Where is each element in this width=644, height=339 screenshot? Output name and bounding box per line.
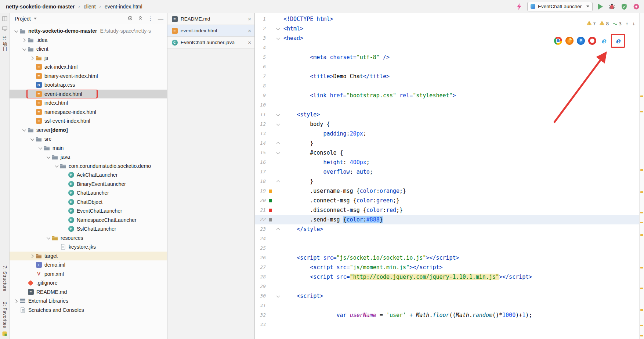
- gutter[interactable]: 4: [255, 43, 282, 53]
- toolwindow-quick-access-icon[interactable]: [2, 331, 7, 337]
- locate-icon[interactable]: [127, 15, 133, 22]
- fold-marker-icon[interactable]: [276, 180, 280, 184]
- breadcrumb-item[interactable]: event-index.html: [105, 4, 142, 10]
- opera-browser-icon[interactable]: [588, 37, 596, 45]
- tree-item[interactable]: target: [10, 252, 167, 261]
- code-line[interactable]: [282, 301, 639, 310]
- code-line[interactable]: <style>: [282, 110, 639, 119]
- tree-item[interactable]: src: [10, 134, 167, 144]
- fold-marker-icon[interactable]: [276, 142, 280, 146]
- fold-marker-icon[interactable]: [276, 36, 280, 40]
- project-view-selector[interactable]: Project: [15, 16, 31, 22]
- tree-item[interactable]: .gitignore: [10, 278, 167, 288]
- gutter[interactable]: 26: [255, 253, 282, 263]
- tree-item[interactable]: CSslChatLauncher: [10, 224, 167, 234]
- close-icon[interactable]: ×: [248, 28, 251, 34]
- editor-tab[interactable]: CEventChatLauncher.java×: [167, 37, 254, 48]
- code-line[interactable]: <!DOCTYPE html>: [282, 14, 639, 24]
- run-with-coverage-button[interactable]: [621, 3, 627, 10]
- toolwindow-tab-favorites[interactable]: 2: Favorites: [2, 302, 7, 328]
- code-line[interactable]: [282, 62, 639, 72]
- typos-indicator[interactable]: 3: [612, 21, 622, 26]
- code-line[interactable]: padding:20px;: [282, 129, 639, 138]
- tree-item[interactable]: Scratches and Consoles: [10, 306, 167, 315]
- chevron-down-icon[interactable]: [45, 156, 51, 158]
- tree-item[interactable]: ≡index.html: [10, 98, 167, 108]
- gutter[interactable]: 21: [255, 205, 282, 215]
- breadcrumb-item[interactable]: netty-socketio-demo-master: [6, 4, 75, 10]
- code-line[interactable]: }: [282, 177, 639, 186]
- tree-item[interactable]: Idemo.iml: [10, 260, 167, 270]
- fold-marker-icon[interactable]: [276, 122, 280, 126]
- tree-item[interactable]: ≡ack-index.html: [10, 62, 167, 72]
- gutter[interactable]: 30: [255, 291, 282, 301]
- gutter[interactable]: 31: [255, 301, 282, 310]
- fold-marker-icon[interactable]: [276, 228, 280, 232]
- chevron-down-icon[interactable]: [21, 48, 27, 50]
- fold-marker-icon[interactable]: [276, 294, 280, 298]
- code-line[interactable]: <script src="js/socket.io/socket.io.js">…: [282, 253, 639, 263]
- tree-item[interactable]: js: [10, 54, 167, 63]
- prev-warning-arrow-icon[interactable]: ↑: [625, 21, 628, 26]
- tree-item[interactable]: .idea: [10, 36, 167, 45]
- code-line[interactable]: body {: [282, 119, 639, 129]
- debug-button[interactable]: [608, 3, 615, 10]
- tree-item[interactable]: ≡namespace-index.html: [10, 108, 167, 117]
- ie-browser-icon[interactable]: e: [600, 37, 608, 45]
- chevron-down-icon[interactable]: [45, 237, 51, 239]
- breadcrumb-item[interactable]: client: [84, 4, 96, 10]
- code-line[interactable]: <script src="js/moment.min.js"></script>: [282, 263, 639, 272]
- tree-item[interactable]: client: [10, 44, 167, 54]
- gutter[interactable]: 14: [255, 138, 282, 148]
- warning-stripe-mark[interactable]: [640, 95, 643, 97]
- lightning-icon[interactable]: [517, 3, 522, 10]
- warning-stripe-mark[interactable]: [640, 191, 643, 193]
- code-line[interactable]: .username-msg {color:orange;}: [282, 186, 639, 196]
- warning-stripe-mark[interactable]: [640, 234, 643, 236]
- code-line[interactable]: [282, 81, 639, 91]
- fold-marker-icon[interactable]: [276, 27, 280, 30]
- gutter[interactable]: 2: [255, 24, 282, 33]
- code-line[interactable]: #console {: [282, 148, 639, 158]
- tree-item[interactable]: CEventChatLauncher: [10, 206, 167, 216]
- chevron-down-icon[interactable]: [37, 147, 43, 149]
- gutter[interactable]: 5: [255, 53, 282, 62]
- tree-item[interactable]: External Libraries: [10, 296, 167, 306]
- gutter[interactable]: 19: [255, 186, 282, 196]
- toolwindow-layout-icon[interactable]: [2, 16, 7, 22]
- gutter[interactable]: 7: [255, 72, 282, 81]
- code-line[interactable]: <script>: [282, 291, 639, 301]
- tree-item[interactable]: CNamespaceChatLauncher: [10, 216, 167, 225]
- tree-item[interactable]: main: [10, 144, 167, 153]
- warning-stripe-mark[interactable]: [640, 325, 643, 326]
- warning-stripe-mark[interactable]: [640, 309, 643, 311]
- gutter[interactable]: 32: [255, 310, 282, 320]
- code-line[interactable]: [282, 244, 639, 253]
- tree-item[interactable]: CChatLauncher: [10, 188, 167, 198]
- gutter[interactable]: 33: [255, 320, 282, 329]
- toolwindow-tab-project[interactable]: 1: 项目: [1, 36, 8, 51]
- warning-stripe-mark[interactable]: [640, 267, 643, 268]
- code-line[interactable]: <script src="http://code.jquery.com/jque…: [282, 272, 639, 282]
- warning-stripe-mark[interactable]: [640, 288, 643, 289]
- gutter[interactable]: 24: [255, 234, 282, 244]
- tree-item[interactable]: keystore.jks: [10, 242, 167, 252]
- error-stripe[interactable]: [639, 13, 644, 339]
- chrome-browser-icon[interactable]: [554, 37, 562, 45]
- code-line[interactable]: [282, 234, 639, 244]
- fold-marker-icon[interactable]: [276, 113, 280, 116]
- editor-tab[interactable]: ≡README.md×: [167, 13, 254, 25]
- safari-browser-icon[interactable]: [577, 37, 585, 45]
- warning-stripe-mark[interactable]: [640, 335, 643, 336]
- code-line[interactable]: [282, 320, 639, 329]
- code-line[interactable]: [282, 282, 639, 291]
- gutter[interactable]: 17: [255, 167, 282, 177]
- gutter[interactable]: 11: [255, 110, 282, 119]
- toolwindow-tab-structure[interactable]: 7: Structure: [2, 266, 7, 292]
- run-config-select[interactable]: EventChatLauncher: [527, 2, 593, 11]
- chevron-down-icon[interactable]: [21, 129, 27, 131]
- more-options-icon[interactable]: ⋮: [148, 16, 153, 21]
- gutter[interactable]: 1: [255, 14, 282, 24]
- gutter[interactable]: 10: [255, 100, 282, 110]
- code-line[interactable]: .connect-msg {color:green;}: [282, 196, 639, 205]
